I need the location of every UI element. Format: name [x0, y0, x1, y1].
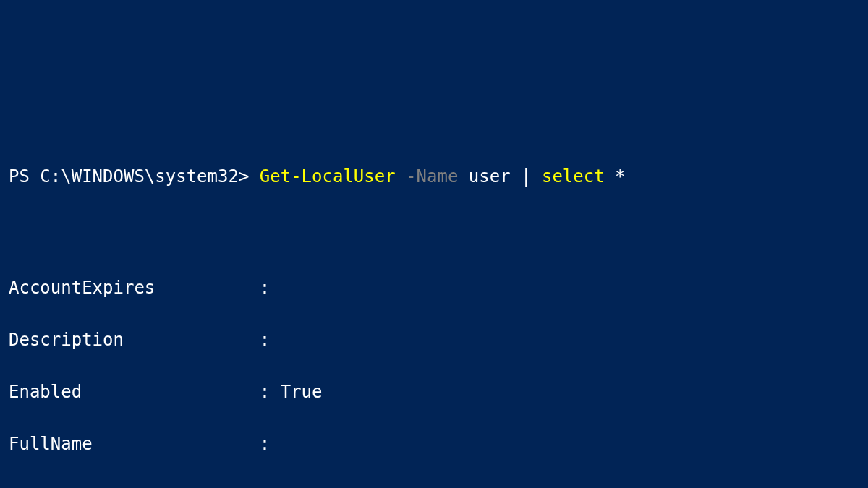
output-label: PasswordChangeableDate — [9, 483, 260, 488]
output-label: Description — [9, 327, 260, 353]
output-label: FullName — [9, 431, 260, 457]
output-colon: : — [260, 483, 281, 488]
output-row: AccountExpires: — [9, 275, 859, 301]
param-name: -Name — [406, 166, 458, 187]
output-colon: : — [260, 275, 281, 301]
output-colon: : — [260, 379, 281, 405]
output-label: Enabled — [9, 379, 260, 405]
output-label: AccountExpires — [9, 275, 260, 301]
output-row: Enabled: True — [9, 379, 859, 405]
output-row: Description: — [9, 327, 859, 353]
param-value: user — [469, 166, 511, 187]
select-wildcard: * — [615, 166, 625, 187]
output-value: True — [281, 382, 323, 402]
output-colon: : — [260, 327, 281, 353]
command-line[interactable]: PS C:\WINDOWS\system32> Get-LocalUser -N… — [9, 163, 859, 189]
output-row: FullName: — [9, 431, 859, 457]
pipe-operator: | — [521, 166, 531, 187]
prompt-prefix: PS C:\WINDOWS\system32> — [9, 166, 249, 187]
output-row: PasswordChangeableDate: 9/23/2016 7:29:5… — [9, 483, 859, 488]
output-colon: : — [260, 431, 281, 457]
cmdlet: Get-LocalUser — [260, 166, 396, 187]
select-cmdlet: select — [542, 166, 605, 187]
